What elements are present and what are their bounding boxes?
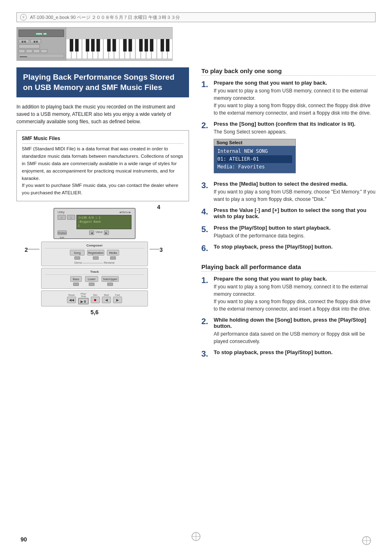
- svg-rect-41: [139, 39, 143, 51]
- bottom-right-mark: [362, 536, 371, 547]
- step-1a-content: Prepare the song that you want to play b…: [214, 80, 376, 117]
- callout-2: 2: [25, 246, 28, 253]
- bass-btn[interactable]: Bass: [70, 276, 82, 282]
- step-1b-number: 1.: [201, 276, 211, 285]
- step-1b-body: If you want to play a song from USB memo…: [214, 283, 376, 313]
- callout-56: 5,6: [90, 309, 98, 315]
- step-1b-title: Prepare the song that you want to play b…: [214, 276, 376, 282]
- svg-rect-42: [145, 39, 148, 51]
- callout-4: 4: [157, 204, 160, 210]
- song-select-line1: Internal NEW SONG: [217, 148, 268, 154]
- bass-indicator: [73, 283, 79, 286]
- step-one-3: 3. Press the [Media] button to select th…: [201, 181, 376, 203]
- step-3b-number: 3.: [201, 349, 211, 358]
- rec-label: Rec: [91, 294, 100, 296]
- svg-rect-44: [161, 39, 164, 51]
- song-btn[interactable]: Song: [70, 250, 85, 256]
- media-btn[interactable]: Media: [107, 250, 119, 256]
- step-one-2: 2. Press the [Song] button (confirm that…: [201, 121, 376, 177]
- step-2a-number: 2.: [201, 121, 211, 130]
- svg-rect-40: [129, 39, 132, 51]
- left-column: Playing Back Performance Songs Stored on…: [16, 67, 189, 362]
- step-3b-title: To stop playback, press the [Play/Stop] …: [214, 349, 332, 355]
- rec-btn[interactable]: ⏺: [91, 297, 100, 303]
- header-bar: AT-100-300_e.book 90 ページ ２００８年５月７日 水曜日 午…: [16, 12, 376, 22]
- demo-rename-label: Demo ——————— Rename: [45, 261, 144, 264]
- solo-upper-btn[interactable]: Solo/Upper: [101, 276, 119, 282]
- header-text: AT-100-300_e.book 90 ページ ２００８年５月７日 水曜日 午…: [30, 14, 180, 21]
- step-one-1: 1. Prepare the song that you want to pla…: [201, 80, 376, 117]
- title-box: Playing Back Performance Songs Stored on…: [16, 67, 189, 97]
- step-one-6: 6. To stop playback, press the [Play/Sto…: [201, 244, 376, 253]
- step-3a-number: 3.: [201, 181, 211, 190]
- bottom-center-mark: [191, 532, 201, 543]
- keyboard-image: ■■■■ ■■ ▣▣ ▣▣ ▬▬▬: [16, 27, 173, 61]
- registration-mark: [20, 14, 27, 21]
- song-select-screen: Song Select Internal NEW SONG 01: ATELIE…: [214, 139, 296, 173]
- step-all-2: 2. While holding down the [Song] button,…: [201, 317, 376, 345]
- reset-label: Reset: [67, 294, 76, 296]
- step-1a-title: Prepare the song that you want to play b…: [214, 80, 376, 86]
- step-all-1: 1. Prepare the song that you want to pla…: [201, 276, 376, 313]
- svg-rect-38: [113, 39, 116, 51]
- value-minus-btn[interactable]: ◄: [89, 230, 94, 235]
- fwd-btn[interactable]: ▶: [113, 297, 122, 303]
- step-2b-number: 2.: [201, 317, 211, 326]
- section2-heading: Playing back all performance data: [201, 263, 376, 272]
- svg-rect-36: [97, 39, 100, 51]
- step-2a-content: Press the [Song] button (confirm that it…: [214, 121, 355, 177]
- solo-upper-indicator: [107, 283, 113, 286]
- svg-rect-32: [70, 39, 73, 51]
- step-4a-content: Press the Value [-] and [+] button to se…: [214, 207, 376, 221]
- display-line3: C: [78, 224, 130, 228]
- lower-btn[interactable]: Lower: [85, 276, 98, 282]
- reset-btn[interactable]: ◀◀: [67, 297, 76, 303]
- step-6a-title: To stop playback, press the [Play/Stop] …: [214, 244, 332, 250]
- intro-text: In addition to playing back the music yo…: [16, 103, 189, 125]
- step-one-5: 5. Press the [Play/Stop] button to start…: [201, 225, 376, 240]
- instrument-diagram: Utility ◄Menu► □ □ J=130 4/4 ♩ 1 ♩Bigges…: [16, 208, 189, 348]
- step-1a-body: If you want to play a song from USB memo…: [214, 87, 376, 117]
- svg-rect-34: [86, 39, 89, 51]
- svg-rect-35: [91, 39, 95, 51]
- lower-indicator: [89, 283, 95, 286]
- bwd-label: Bwd: [102, 294, 111, 296]
- track-label: Track: [45, 270, 144, 275]
- step-2a-body: The Song Select screen appears.: [214, 128, 355, 136]
- svg-rect-33: [75, 39, 78, 51]
- step-4a-title: Press the Value [-] and [+] button to se…: [214, 207, 376, 219]
- utility-label: Utility: [58, 211, 65, 214]
- step-5a-number: 5.: [201, 225, 211, 234]
- step-5a-content: Press the [Play/Stop] button to start pl…: [214, 225, 331, 240]
- media-indicator: [110, 256, 116, 260]
- step-1b-content: Prepare the song that you want to play b…: [214, 276, 376, 313]
- step-6a-number: 6.: [201, 244, 211, 253]
- step-1a-number: 1.: [201, 80, 211, 89]
- bwd-btn[interactable]: ◀: [102, 297, 111, 303]
- step-4a-number: 4.: [201, 207, 211, 216]
- song-select-body: Internal NEW SONG 01: ATELIER-01 Media: …: [214, 146, 295, 173]
- value-label: Value: [95, 230, 102, 235]
- step-3a-content: Press the [Media] button to select the d…: [214, 181, 376, 203]
- step-3a-title: Press the [Media] button to select the d…: [214, 181, 376, 187]
- display-line1: J=130 4/4 ♩ 1: [78, 216, 130, 220]
- step-3a-body: If you want to play a song from USB memo…: [214, 188, 376, 203]
- step-2a-title: Press the [Song] button (confirm that it…: [214, 121, 355, 127]
- composer-label: Composer: [45, 244, 144, 249]
- keyboard-area: ■■■■ ■■ ▣▣ ▣▣ ▬▬▬: [16, 27, 376, 61]
- step-6a-content: To stop playback, press the [Play/Stop] …: [214, 244, 332, 251]
- display-exit-btn[interactable]: Display/Exit: [58, 230, 67, 235]
- value-plus-btn[interactable]: ►: [104, 230, 109, 235]
- play-stop-btn[interactable]: ▶⏸: [78, 298, 89, 304]
- section1-heading: To play back only one song: [201, 67, 376, 76]
- step-5a-title: Press the [Play/Stop] button to start pl…: [214, 225, 331, 231]
- song-select-line3: Media: Favorites: [217, 164, 265, 170]
- display-line2: ♩Biggest Band: [78, 220, 130, 224]
- step-one-4: 4. Press the Value [-] and [+] button to…: [201, 207, 376, 221]
- svg-rect-39: [123, 39, 127, 51]
- song-select-title: Song Select: [214, 139, 295, 146]
- menu-label: ◄Menu►: [119, 211, 131, 214]
- registration-btn[interactable]: Registration: [87, 250, 104, 256]
- callout-3: 3: [159, 246, 163, 253]
- song-select-line2: 01: ATELIER-01: [217, 155, 292, 163]
